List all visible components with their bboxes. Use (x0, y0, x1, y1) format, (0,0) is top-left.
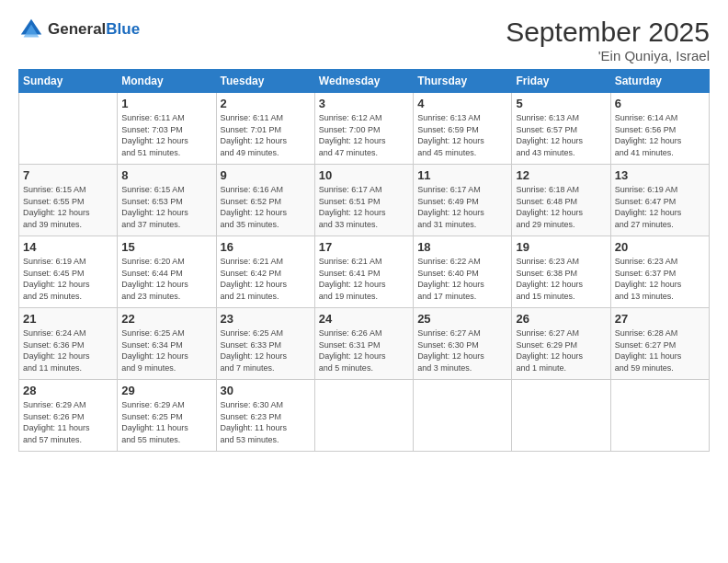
logo: GeneralBlue (18, 17, 140, 42)
day-info: Sunrise: 6:11 AM Sunset: 7:01 PM Dayligh… (221, 112, 311, 158)
calendar-header-row: SundayMondayTuesdayWednesdayThursdayFrid… (19, 70, 710, 93)
calendar-cell: 8Sunrise: 6:15 AM Sunset: 6:53 PM Daylig… (118, 165, 216, 236)
day-info: Sunrise: 6:30 AM Sunset: 6:23 PM Dayligh… (221, 399, 311, 445)
weekday-header: Wednesday (314, 70, 413, 93)
calendar-cell (610, 380, 709, 452)
calendar-cell: 3Sunrise: 6:12 AM Sunset: 7:00 PM Daylig… (314, 93, 413, 165)
calendar-cell: 9Sunrise: 6:16 AM Sunset: 6:52 PM Daylig… (216, 165, 314, 236)
calendar-week-row: 14Sunrise: 6:19 AM Sunset: 6:45 PM Dayli… (19, 236, 710, 308)
day-info: Sunrise: 6:19 AM Sunset: 6:45 PM Dayligh… (23, 256, 113, 302)
day-number: 20 (615, 240, 705, 254)
day-number: 16 (221, 240, 311, 254)
day-number: 29 (121, 384, 211, 397)
day-info: Sunrise: 6:23 AM Sunset: 6:38 PM Dayligh… (516, 256, 606, 302)
calendar-cell: 24Sunrise: 6:26 AM Sunset: 6:31 PM Dayli… (314, 308, 413, 380)
calendar-cell (19, 93, 118, 165)
day-number: 3 (319, 97, 409, 110)
day-number: 12 (516, 168, 606, 182)
day-info: Sunrise: 6:17 AM Sunset: 6:51 PM Dayligh… (319, 184, 409, 230)
calendar-table: SundayMondayTuesdayWednesdayThursdayFrid… (18, 69, 710, 452)
day-info: Sunrise: 6:15 AM Sunset: 6:55 PM Dayligh… (23, 184, 113, 230)
calendar-cell: 21Sunrise: 6:24 AM Sunset: 6:36 PM Dayli… (19, 308, 118, 380)
day-info: Sunrise: 6:19 AM Sunset: 6:47 PM Dayligh… (615, 184, 705, 230)
calendar-week-row: 28Sunrise: 6:29 AM Sunset: 6:26 PM Dayli… (19, 380, 710, 452)
day-number: 15 (121, 240, 211, 254)
weekday-header: Friday (512, 70, 610, 93)
day-info: Sunrise: 6:13 AM Sunset: 6:59 PM Dayligh… (417, 112, 507, 158)
calendar-cell (512, 380, 610, 452)
day-info: Sunrise: 6:13 AM Sunset: 6:57 PM Dayligh… (516, 112, 606, 158)
calendar-week-row: 1Sunrise: 6:11 AM Sunset: 7:03 PM Daylig… (19, 93, 710, 165)
calendar-cell: 6Sunrise: 6:14 AM Sunset: 6:56 PM Daylig… (610, 93, 709, 165)
day-number: 8 (121, 168, 211, 182)
day-info: Sunrise: 6:20 AM Sunset: 6:44 PM Dayligh… (121, 256, 211, 302)
day-info: Sunrise: 6:25 AM Sunset: 6:33 PM Dayligh… (221, 327, 311, 373)
calendar-week-row: 21Sunrise: 6:24 AM Sunset: 6:36 PM Dayli… (19, 308, 710, 380)
day-number: 21 (23, 312, 113, 326)
day-number: 17 (319, 240, 409, 254)
day-number: 23 (221, 312, 311, 326)
day-number: 6 (615, 97, 705, 110)
calendar-cell: 7Sunrise: 6:15 AM Sunset: 6:55 PM Daylig… (19, 165, 118, 236)
day-number: 4 (417, 97, 507, 110)
day-number: 19 (516, 240, 606, 254)
calendar-cell: 29Sunrise: 6:29 AM Sunset: 6:25 PM Dayli… (118, 380, 216, 452)
day-number: 11 (417, 168, 507, 182)
day-number: 30 (221, 384, 311, 397)
calendar-cell: 12Sunrise: 6:18 AM Sunset: 6:48 PM Dayli… (512, 165, 610, 236)
day-number: 5 (516, 97, 606, 110)
calendar-cell: 10Sunrise: 6:17 AM Sunset: 6:51 PM Dayli… (314, 165, 413, 236)
day-info: Sunrise: 6:27 AM Sunset: 6:29 PM Dayligh… (516, 327, 606, 373)
calendar-cell: 15Sunrise: 6:20 AM Sunset: 6:44 PM Dayli… (118, 236, 216, 308)
day-info: Sunrise: 6:28 AM Sunset: 6:27 PM Dayligh… (615, 327, 705, 373)
calendar-cell (414, 380, 512, 452)
day-info: Sunrise: 6:16 AM Sunset: 6:52 PM Dayligh… (221, 184, 311, 230)
calendar-cell: 23Sunrise: 6:25 AM Sunset: 6:33 PM Dayli… (216, 308, 314, 380)
header: GeneralBlue September 2025 'Ein Quniya, … (18, 17, 710, 63)
day-info: Sunrise: 6:21 AM Sunset: 6:41 PM Dayligh… (319, 256, 409, 302)
calendar-cell: 26Sunrise: 6:27 AM Sunset: 6:29 PM Dayli… (512, 308, 610, 380)
day-number: 14 (23, 240, 113, 254)
calendar-cell: 14Sunrise: 6:19 AM Sunset: 6:45 PM Dayli… (19, 236, 118, 308)
day-number: 10 (319, 168, 409, 182)
weekday-header: Saturday (610, 70, 709, 93)
day-info: Sunrise: 6:25 AM Sunset: 6:34 PM Dayligh… (121, 327, 211, 373)
weekday-header: Tuesday (216, 70, 314, 93)
day-number: 13 (615, 168, 705, 182)
calendar-week-row: 7Sunrise: 6:15 AM Sunset: 6:55 PM Daylig… (19, 165, 710, 236)
calendar-cell: 19Sunrise: 6:23 AM Sunset: 6:38 PM Dayli… (512, 236, 610, 308)
day-info: Sunrise: 6:17 AM Sunset: 6:49 PM Dayligh… (417, 184, 507, 230)
day-info: Sunrise: 6:12 AM Sunset: 7:00 PM Dayligh… (319, 112, 409, 158)
calendar-cell: 25Sunrise: 6:27 AM Sunset: 6:30 PM Dayli… (414, 308, 512, 380)
day-info: Sunrise: 6:23 AM Sunset: 6:37 PM Dayligh… (615, 256, 705, 302)
day-info: Sunrise: 6:29 AM Sunset: 6:26 PM Dayligh… (23, 399, 113, 445)
title-block: September 2025 'Ein Quniya, Israel (506, 17, 710, 63)
day-number: 27 (615, 312, 705, 326)
calendar-cell: 18Sunrise: 6:22 AM Sunset: 6:40 PM Dayli… (414, 236, 512, 308)
calendar-cell: 28Sunrise: 6:29 AM Sunset: 6:26 PM Dayli… (19, 380, 118, 452)
day-number: 1 (121, 97, 211, 110)
logo-icon (18, 17, 44, 42)
day-number: 22 (121, 312, 211, 326)
day-number: 7 (23, 168, 113, 182)
day-info: Sunrise: 6:11 AM Sunset: 7:03 PM Dayligh… (121, 112, 211, 158)
weekday-header: Sunday (19, 70, 118, 93)
location-title: 'Ein Quniya, Israel (506, 48, 710, 63)
day-number: 28 (23, 384, 113, 397)
day-info: Sunrise: 6:24 AM Sunset: 6:36 PM Dayligh… (23, 327, 113, 373)
day-info: Sunrise: 6:14 AM Sunset: 6:56 PM Dayligh… (615, 112, 705, 158)
day-number: 26 (516, 312, 606, 326)
calendar-cell: 17Sunrise: 6:21 AM Sunset: 6:41 PM Dayli… (314, 236, 413, 308)
calendar-cell: 13Sunrise: 6:19 AM Sunset: 6:47 PM Dayli… (610, 165, 709, 236)
logo-general: GeneralBlue (48, 21, 140, 39)
calendar-cell (314, 380, 413, 452)
day-info: Sunrise: 6:18 AM Sunset: 6:48 PM Dayligh… (516, 184, 606, 230)
day-info: Sunrise: 6:29 AM Sunset: 6:25 PM Dayligh… (121, 399, 211, 445)
calendar-cell: 16Sunrise: 6:21 AM Sunset: 6:42 PM Dayli… (216, 236, 314, 308)
weekday-header: Monday (118, 70, 216, 93)
calendar-cell: 2Sunrise: 6:11 AM Sunset: 7:01 PM Daylig… (216, 93, 314, 165)
day-number: 2 (221, 97, 311, 110)
day-info: Sunrise: 6:22 AM Sunset: 6:40 PM Dayligh… (417, 256, 507, 302)
calendar-cell: 30Sunrise: 6:30 AM Sunset: 6:23 PM Dayli… (216, 380, 314, 452)
calendar-cell: 1Sunrise: 6:11 AM Sunset: 7:03 PM Daylig… (118, 93, 216, 165)
